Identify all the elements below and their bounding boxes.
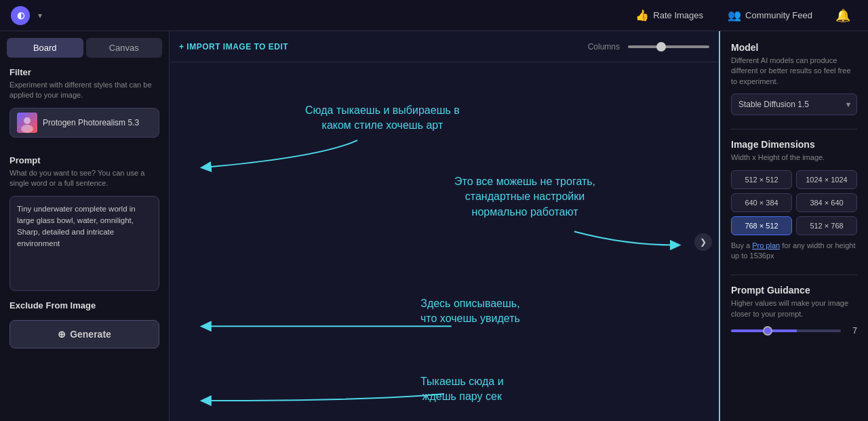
guidance-desc: Higher values will make your image close… bbox=[731, 298, 857, 319]
dimensions-grid: 512 × 512 1024 × 1024 640 × 384 384 × 64… bbox=[731, 170, 857, 235]
dim-640x384[interactable]: 640 × 384 bbox=[731, 193, 792, 212]
filter-item-label: Protogen Photorealism 5.3 bbox=[43, 118, 139, 127]
import-image-button[interactable]: + IMPORT IMAGE TO EDIT bbox=[179, 42, 288, 52]
dim-1024x1024[interactable]: 1024 × 1024 bbox=[796, 170, 857, 189]
filter-item[interactable]: Protogen Photorealism 5.3 bbox=[9, 108, 159, 138]
bell-icon: 🔔 bbox=[835, 9, 850, 22]
prompt-desc: What do you want to see? You can use a s… bbox=[9, 168, 159, 189]
columns-slider[interactable] bbox=[628, 45, 709, 48]
model-section: Model Different AI models can produce di… bbox=[731, 42, 857, 115]
dim-768x512[interactable]: 768 × 512 bbox=[731, 216, 792, 235]
model-title: Model bbox=[731, 42, 857, 53]
center-toolbar: + IMPORT IMAGE TO EDIT Columns bbox=[170, 31, 719, 62]
guidance-slider-row: 7 bbox=[731, 326, 857, 336]
exclude-section: Exclude From Image bbox=[0, 294, 169, 313]
filter-avatar bbox=[17, 113, 37, 133]
center-area: + IMPORT IMAGE TO EDIT Columns ❯ bbox=[170, 31, 719, 421]
prompt-input[interactable]: Tiny underwater complete world in large … bbox=[9, 196, 159, 291]
filter-desc: Experiment with different styles that ca… bbox=[9, 80, 159, 101]
filter-section: Filter Experiment with different styles … bbox=[0, 58, 169, 146]
dim-512x768[interactable]: 512 × 768 bbox=[796, 216, 857, 235]
notifications-button[interactable]: 🔔 bbox=[829, 4, 857, 27]
nav-chevron-icon[interactable]: ▾ bbox=[38, 11, 42, 20]
annotations-overlay: Сюда тыкаешь и выбираешь в каком стиле х… bbox=[170, 62, 719, 421]
divider-2 bbox=[731, 275, 857, 275]
guidance-section: Prompt Guidance Higher values will make … bbox=[731, 285, 857, 336]
exclude-title: Exclude From Image bbox=[9, 300, 159, 310]
pro-plan-text: Buy a Pro plan for any width or height u… bbox=[731, 241, 857, 262]
plus-circle-icon: ⊕ bbox=[58, 329, 66, 340]
annotation-2: Это все можешь не трогать, стандартные н… bbox=[454, 174, 595, 220]
model-desc: Different AI models can produce differen… bbox=[731, 56, 857, 87]
dim-384x640[interactable]: 384 × 640 bbox=[796, 193, 857, 212]
main-layout: Board Canvas Filter Experiment with diff… bbox=[0, 31, 868, 421]
community-icon: 👥 bbox=[728, 9, 741, 22]
right-panel: Model Different AI models can produce di… bbox=[719, 31, 868, 421]
model-select[interactable]: Stable Diffusion 1.5 Stable Diffusion 2.… bbox=[731, 94, 857, 115]
left-sidebar: Board Canvas Filter Experiment with diff… bbox=[0, 31, 170, 421]
annotation-3: Здесь описываешь, что хочешь увидеть bbox=[420, 296, 520, 327]
topnav: ◐ ▾ 👍 Rate Images 👥 Community Feed 🔔 bbox=[0, 0, 868, 31]
tab-board[interactable]: Board bbox=[7, 38, 83, 58]
dimensions-section: Image Dimensions Width x Height of the i… bbox=[731, 139, 857, 261]
arrows-svg bbox=[170, 62, 719, 421]
thumbsup-icon: 👍 bbox=[635, 9, 649, 22]
guidance-value: 7 bbox=[846, 326, 857, 336]
dim-512x512[interactable]: 512 × 512 bbox=[731, 170, 792, 189]
columns-label: Columns bbox=[588, 42, 620, 52]
logo-icon[interactable]: ◐ bbox=[11, 6, 30, 25]
model-select-wrapper: Stable Diffusion 1.5 Stable Diffusion 2.… bbox=[731, 94, 857, 115]
dimensions-title: Image Dimensions bbox=[731, 139, 857, 150]
rate-images-button[interactable]: 👍 Rate Images bbox=[627, 5, 711, 26]
guidance-slider[interactable] bbox=[731, 329, 841, 332]
svg-point-1 bbox=[24, 117, 31, 124]
divider-1 bbox=[731, 129, 857, 129]
dimensions-desc: Width x Height of the image. bbox=[731, 153, 857, 163]
filter-title: Filter bbox=[9, 67, 159, 77]
generate-button[interactable]: ⊕ Generate bbox=[9, 320, 159, 348]
guidance-title: Prompt Guidance bbox=[731, 285, 857, 296]
community-feed-button[interactable]: 👥 Community Feed bbox=[719, 5, 821, 26]
annotation-4: Тыкаешь сюда и ждешь пару сек bbox=[420, 374, 504, 405]
expand-button[interactable]: ❯ bbox=[694, 233, 712, 251]
pro-plan-link[interactable]: Pro plan bbox=[752, 241, 780, 249]
sidebar-tabs: Board Canvas bbox=[0, 31, 169, 58]
prompt-title: Prompt bbox=[9, 155, 159, 165]
prompt-section: Prompt What do you want to see? You can … bbox=[0, 146, 169, 294]
center-content: ❯ bbox=[170, 62, 719, 421]
svg-point-2 bbox=[21, 125, 33, 133]
annotation-1: Сюда тыкаешь и выбираешь в каком стиле х… bbox=[305, 103, 460, 134]
tab-canvas[interactable]: Canvas bbox=[86, 38, 163, 58]
